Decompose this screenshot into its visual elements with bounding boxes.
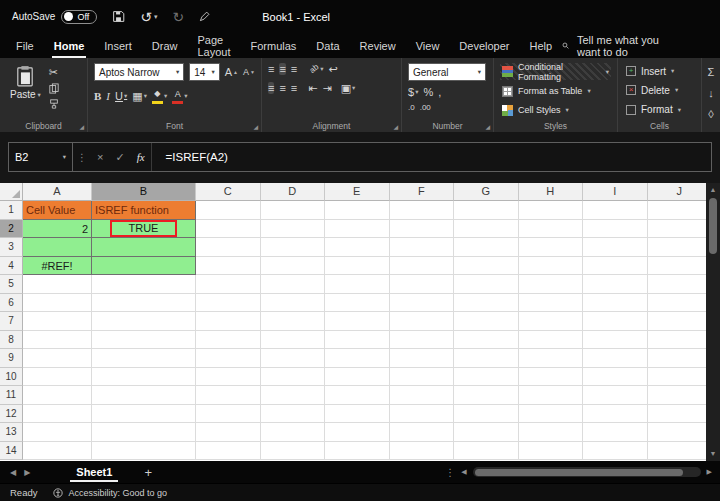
column-header-H[interactable]: H	[519, 183, 584, 201]
column-header-C[interactable]: C	[196, 183, 261, 201]
menu-tab-file[interactable]: File	[6, 33, 44, 58]
menu-tab-developer[interactable]: Developer	[449, 33, 519, 58]
row-header-5[interactable]: 5	[0, 275, 23, 294]
insert-function-button[interactable]: fx	[131, 143, 151, 171]
cell-E8[interactable]	[325, 331, 390, 350]
cell-B2[interactable]: TRUE	[92, 220, 196, 239]
menu-tab-data[interactable]: Data	[306, 33, 349, 58]
cell-D5[interactable]	[261, 275, 326, 294]
number-dialog-launcher[interactable]: ◢	[485, 123, 490, 130]
cell-D13[interactable]	[261, 423, 326, 442]
cell-H8[interactable]	[519, 331, 584, 350]
cell-G4[interactable]	[454, 257, 519, 276]
cell-B8[interactable]	[92, 331, 196, 350]
cell-F4[interactable]	[390, 257, 455, 276]
cell-I9[interactable]	[583, 349, 648, 368]
format-painter-button[interactable]	[49, 99, 59, 109]
copy-button[interactable]	[49, 83, 59, 94]
cell-J14[interactable]	[648, 442, 707, 461]
new-sheet-button[interactable]: +	[144, 465, 152, 480]
menu-tab-formulas[interactable]: Formulas	[241, 33, 307, 58]
font-dialog-launcher[interactable]: ◢	[253, 123, 258, 130]
cell-D11[interactable]	[261, 386, 326, 405]
cell-I11[interactable]	[583, 386, 648, 405]
formula-bar-drag-handle[interactable]: ⋮	[73, 143, 91, 171]
middle-align-button[interactable]: ≡	[279, 63, 285, 75]
cell-I14[interactable]	[583, 442, 648, 461]
cell-I7[interactable]	[583, 312, 648, 331]
cell-J6[interactable]	[648, 294, 707, 313]
cell-A9[interactable]	[23, 349, 92, 368]
sheet-tab-sheet1[interactable]: Sheet1	[66, 461, 122, 483]
cell-B9[interactable]	[92, 349, 196, 368]
column-header-J[interactable]: J	[648, 183, 707, 201]
fill-down-icon[interactable]: ↓	[708, 87, 714, 99]
format-cells-button[interactable]: Format ▾	[624, 102, 695, 118]
cell-E13[interactable]	[325, 423, 390, 442]
cell-J10[interactable]	[648, 368, 707, 387]
align-right-button[interactable]: ≡	[291, 82, 297, 94]
cell-C12[interactable]	[196, 405, 261, 424]
percent-style-button[interactable]: %	[423, 86, 433, 98]
cell-G13[interactable]	[454, 423, 519, 442]
column-header-A[interactable]: A	[23, 183, 92, 201]
menu-tab-page-layout[interactable]: Page Layout	[187, 33, 240, 58]
cell-H13[interactable]	[519, 423, 584, 442]
row-header-2[interactable]: 2	[0, 220, 23, 239]
cell-F9[interactable]	[390, 349, 455, 368]
cell-G10[interactable]	[454, 368, 519, 387]
cell-B7[interactable]	[92, 312, 196, 331]
row-header-14[interactable]: 14	[0, 442, 23, 461]
cell-D8[interactable]	[261, 331, 326, 350]
cell-H9[interactable]	[519, 349, 584, 368]
cell-H12[interactable]	[519, 405, 584, 424]
cell-A12[interactable]	[23, 405, 92, 424]
row-header-10[interactable]: 10	[0, 368, 23, 387]
wrap-text-button[interactable]: ↩	[328, 63, 337, 75]
cell-I2[interactable]	[583, 220, 648, 239]
undo-button[interactable]: ↺ ▾	[140, 10, 157, 24]
cell-I4[interactable]	[583, 257, 648, 276]
insert-cells-button[interactable]: + Insert ▾	[624, 63, 695, 79]
cell-J11[interactable]	[648, 386, 707, 405]
menu-tab-draw[interactable]: Draw	[142, 33, 188, 58]
row-header-3[interactable]: 3	[0, 238, 23, 257]
cell-A4[interactable]: #REF!	[23, 257, 92, 276]
cell-J13[interactable]	[648, 423, 707, 442]
vertical-scroll-thumb[interactable]	[709, 198, 717, 254]
cell-E5[interactable]	[325, 275, 390, 294]
cut-button[interactable]: ✂	[49, 66, 59, 78]
cell-C6[interactable]	[196, 294, 261, 313]
underline-button[interactable]: U▾	[115, 90, 127, 102]
top-align-button[interactable]: ≡	[268, 63, 274, 75]
decrease-font-button[interactable]: A▼	[243, 66, 255, 78]
clear-icon[interactable]: ◊	[708, 108, 713, 120]
vertical-scrollbar[interactable]: ▲ ▼	[706, 183, 720, 461]
cell-F11[interactable]	[390, 386, 455, 405]
column-header-I[interactable]: I	[583, 183, 648, 201]
cell-E1[interactable]	[325, 201, 390, 220]
cell-A11[interactable]	[23, 386, 92, 405]
cell-D10[interactable]	[261, 368, 326, 387]
column-header-G[interactable]: G	[454, 183, 519, 201]
accessibility-status[interactable]: Accessibility: Good to go	[53, 488, 167, 498]
cell-J12[interactable]	[648, 405, 707, 424]
cell-C8[interactable]	[196, 331, 261, 350]
scroll-left-icon[interactable]: ◀	[461, 467, 466, 477]
cell-D2[interactable]	[261, 220, 326, 239]
cell-B12[interactable]	[92, 405, 196, 424]
cell-C4[interactable]	[196, 257, 261, 276]
cell-C5[interactable]	[196, 275, 261, 294]
cell-A5[interactable]	[23, 275, 92, 294]
cell-I5[interactable]	[583, 275, 648, 294]
name-box[interactable]: B2 ▾	[9, 143, 73, 171]
row-header-6[interactable]: 6	[0, 294, 23, 313]
autosum-icon[interactable]: Σ	[708, 66, 715, 78]
autosave-pill[interactable]: Off	[61, 10, 97, 24]
cell-I3[interactable]	[583, 238, 648, 257]
cell-F3[interactable]	[390, 238, 455, 257]
cell-B3[interactable]	[92, 238, 196, 257]
bold-button[interactable]: B	[94, 90, 101, 102]
cell-E6[interactable]	[325, 294, 390, 313]
scroll-up-icon[interactable]: ▲	[710, 185, 717, 195]
